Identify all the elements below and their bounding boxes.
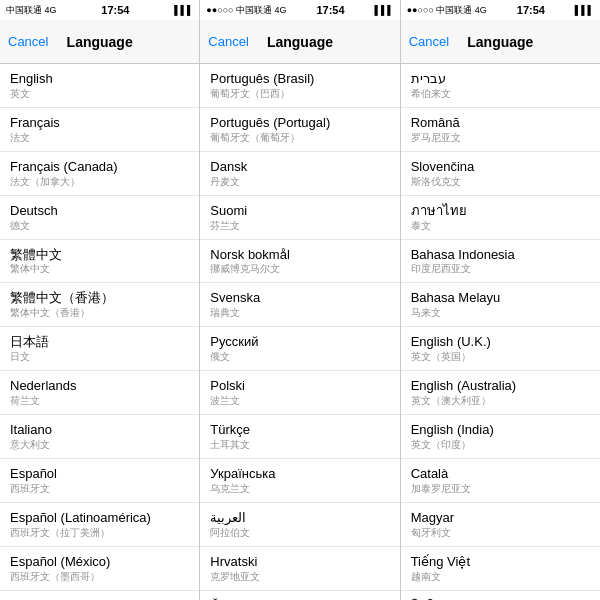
language-name: Italiano: [10, 422, 189, 439]
list-item[interactable]: Deutsch 德文: [0, 196, 199, 240]
panel-0: 中国联通 4G 17:54 ▌▌▌ Cancel Language Englis…: [0, 0, 200, 600]
language-list: English 英文 Français 法文 Français (Canada)…: [0, 64, 199, 600]
language-subtitle: 德文: [10, 220, 189, 232]
language-subtitle: 挪威博克马尔文: [210, 263, 389, 275]
status-bar: ●●○○○ 中国联通 4G 17:54 ▌▌▌: [401, 0, 600, 20]
language-name: Slovenčina: [411, 159, 590, 176]
language-name: English (Australia): [411, 378, 590, 395]
language-subtitle: 印度尼西亚文: [411, 263, 590, 275]
language-name: Türkçe: [210, 422, 389, 439]
language-subtitle: 繁体中文: [10, 263, 189, 275]
list-item[interactable]: Català 加泰罗尼亚文: [401, 459, 600, 503]
language-subtitle: 意大利文: [10, 439, 189, 451]
language-subtitle: 法文: [10, 132, 189, 144]
language-name: Bahasa Melayu: [411, 290, 590, 307]
language-name: Português (Portugal): [210, 115, 389, 132]
language-subtitle: 乌克兰文: [210, 483, 389, 495]
language-name: 日本語: [10, 334, 189, 351]
list-item[interactable]: Русский 俄文: [200, 327, 399, 371]
list-item[interactable]: Italiano 意大利文: [0, 415, 199, 459]
language-subtitle: 俄文: [210, 351, 389, 363]
language-name: Español: [10, 466, 189, 483]
list-item[interactable]: 한국어 韩文: [0, 591, 199, 600]
list-item[interactable]: Bahasa Melayu 马来文: [401, 283, 600, 327]
language-name: Bahasa Indonesia: [411, 247, 590, 264]
language-name: Hrvatski: [210, 554, 389, 571]
nav-title: Language: [267, 34, 333, 50]
language-subtitle: 法文（加拿大）: [10, 176, 189, 188]
language-subtitle: 希伯来文: [411, 88, 590, 100]
language-subtitle: 荷兰文: [10, 395, 189, 407]
signal-icons: ▌▌▌: [575, 5, 594, 15]
list-item[interactable]: Français 法文: [0, 108, 199, 152]
language-subtitle: 匈牙利文: [411, 527, 590, 539]
language-name: Suomi: [210, 203, 389, 220]
list-item[interactable]: Nederlands 荷兰文: [0, 371, 199, 415]
list-item[interactable]: Türkçe 土耳其文: [200, 415, 399, 459]
list-item[interactable]: English (India) 英文（印度）: [401, 415, 600, 459]
nav-title: Language: [467, 34, 533, 50]
language-name: Português (Brasil): [210, 71, 389, 88]
language-name: Deutsch: [10, 203, 189, 220]
language-subtitle: 英文（英国）: [411, 351, 590, 363]
list-item[interactable]: Português (Portugal) 葡萄牙文（葡萄牙）: [200, 108, 399, 152]
language-name: English (U.K.): [411, 334, 590, 351]
list-item[interactable]: Suomi 芬兰文: [200, 196, 399, 240]
time-text: 17:54: [316, 4, 344, 16]
list-item[interactable]: हिन्दी 印地文: [401, 591, 600, 600]
language-subtitle: 土耳其文: [210, 439, 389, 451]
language-name: Русский: [210, 334, 389, 351]
language-subtitle: 马来文: [411, 307, 590, 319]
list-item[interactable]: Español 西班牙文: [0, 459, 199, 503]
carrier-text: ●●○○○ 中国联通 4G: [407, 4, 487, 17]
time-text: 17:54: [101, 4, 129, 16]
list-item[interactable]: Slovenčina 斯洛伐克文: [401, 152, 600, 196]
language-subtitle: 泰文: [411, 220, 590, 232]
cancel-button[interactable]: Cancel: [8, 34, 48, 49]
language-name: Norsk bokmål: [210, 247, 389, 264]
time-text: 17:54: [517, 4, 545, 16]
language-name: Svenska: [210, 290, 389, 307]
language-name: 繁體中文: [10, 247, 189, 264]
language-name: English: [10, 71, 189, 88]
list-item[interactable]: Dansk 丹麦文: [200, 152, 399, 196]
list-item[interactable]: 日本語 日文: [0, 327, 199, 371]
list-item[interactable]: English 英文: [0, 64, 199, 108]
list-item[interactable]: Bahasa Indonesia 印度尼西亚文: [401, 240, 600, 284]
list-item[interactable]: Čeština 捷克文: [200, 591, 399, 600]
list-item[interactable]: עברית 希伯来文: [401, 64, 600, 108]
language-name: العربية: [210, 510, 389, 527]
language-subtitle: 繁体中文（香港）: [10, 307, 189, 319]
cancel-button[interactable]: Cancel: [208, 34, 248, 49]
list-item[interactable]: Română 罗马尼亚文: [401, 108, 600, 152]
list-item[interactable]: 繁體中文（香港） 繁体中文（香港）: [0, 283, 199, 327]
list-item[interactable]: Polski 波兰文: [200, 371, 399, 415]
list-item[interactable]: Hrvatski 克罗地亚文: [200, 547, 399, 591]
list-item[interactable]: Español (México) 西班牙文（墨西哥）: [0, 547, 199, 591]
list-item[interactable]: Português (Brasil) 葡萄牙文（巴西）: [200, 64, 399, 108]
list-item[interactable]: Español (Latinoamérica) 西班牙文（拉丁美洲）: [0, 503, 199, 547]
list-item[interactable]: 繁體中文 繁体中文: [0, 240, 199, 284]
list-item[interactable]: Français (Canada) 法文（加拿大）: [0, 152, 199, 196]
language-list: עברית 希伯来文 Română 罗马尼亚文 Slovenčina 斯洛伐克文…: [401, 64, 600, 600]
language-name: Català: [411, 466, 590, 483]
language-subtitle: 罗马尼亚文: [411, 132, 590, 144]
language-name: עברית: [411, 71, 590, 88]
language-name: Українська: [210, 466, 389, 483]
cancel-button[interactable]: Cancel: [409, 34, 449, 49]
language-name: English (India): [411, 422, 590, 439]
list-item[interactable]: Magyar 匈牙利文: [401, 503, 600, 547]
nav-bar: Cancel Language: [401, 20, 600, 64]
list-item[interactable]: Norsk bokmål 挪威博克马尔文: [200, 240, 399, 284]
list-item[interactable]: ภาษาไทย 泰文: [401, 196, 600, 240]
language-panels: 中国联通 4G 17:54 ▌▌▌ Cancel Language Englis…: [0, 0, 600, 600]
list-item[interactable]: Tiếng Việt 越南文: [401, 547, 600, 591]
language-subtitle: 斯洛伐克文: [411, 176, 590, 188]
list-item[interactable]: Svenska 瑞典文: [200, 283, 399, 327]
list-item[interactable]: English (Australia) 英文（澳大利亚）: [401, 371, 600, 415]
list-item[interactable]: English (U.K.) 英文（英国）: [401, 327, 600, 371]
nav-bar: Cancel Language: [200, 20, 399, 64]
nav-bar: Cancel Language: [0, 20, 199, 64]
list-item[interactable]: العربية 阿拉伯文: [200, 503, 399, 547]
list-item[interactable]: Українська 乌克兰文: [200, 459, 399, 503]
